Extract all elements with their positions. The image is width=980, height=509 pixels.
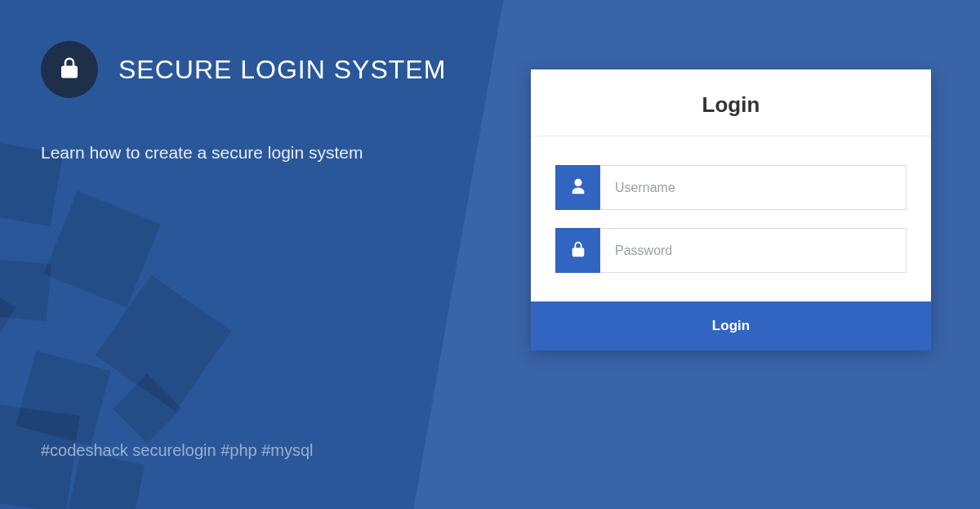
hero-section: SECURE LOGIN SYSTEM Learn how to create …: [0, 0, 490, 509]
brand-title: SECURE LOGIN SYSTEM: [118, 55, 446, 85]
login-header: Login: [531, 69, 931, 136]
login-button[interactable]: Login: [531, 301, 931, 350]
password-row: [555, 228, 906, 273]
login-heading: Login: [531, 92, 931, 118]
lock-icon-box: [555, 228, 600, 273]
lock-icon: [57, 56, 82, 83]
username-input[interactable]: [600, 165, 906, 210]
login-card: Login Login: [531, 69, 931, 350]
user-icon-box: [555, 165, 600, 210]
brand-row: SECURE LOGIN SYSTEM: [41, 41, 490, 98]
hashtag-line: #codeshack securelogin #php #mysql: [41, 441, 314, 460]
password-input[interactable]: [600, 228, 906, 273]
login-body: [531, 136, 931, 301]
lock-icon: [569, 240, 587, 261]
user-icon: [569, 177, 587, 199]
username-row: [555, 165, 906, 210]
subtitle: Learn how to create a secure login syste…: [41, 143, 490, 163]
brand-lock-badge: [41, 41, 98, 98]
